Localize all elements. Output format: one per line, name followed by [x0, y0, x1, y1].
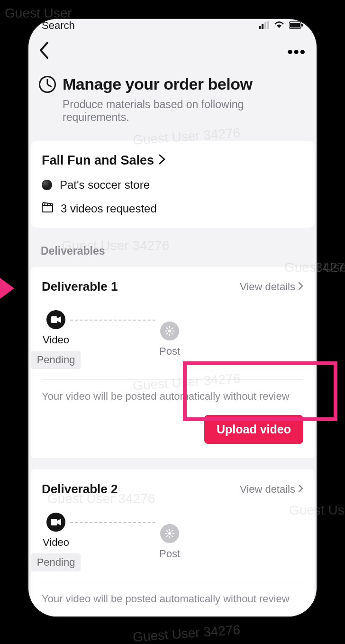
svg-rect-0 [259, 26, 261, 29]
progress-node-post: Post [155, 524, 184, 560]
post-step-icon [160, 322, 179, 340]
svg-line-27 [172, 530, 173, 532]
status-left-text: Search [42, 19, 75, 32]
requested-row: 3 videos requested [42, 202, 303, 215]
campaign-link[interactable]: Fall Fun and Sales [42, 153, 303, 168]
progress-step-label: Video [43, 334, 69, 346]
status-right-icons [259, 19, 303, 32]
svg-line-16 [166, 333, 168, 334]
nav-bar: ••• [28, 32, 317, 66]
progress-step-label: Post [159, 548, 180, 560]
status-bar: Search [28, 19, 317, 32]
deliverables-section-label: Deliverables [28, 228, 317, 267]
svg-rect-6 [301, 24, 303, 27]
svg-rect-8 [51, 316, 57, 323]
video-step-icon [46, 513, 65, 532]
campaign-name: Fall Fun and Sales [42, 153, 154, 168]
svg-line-15 [172, 333, 173, 334]
deliverable-title: Deliverable 1 [42, 279, 118, 294]
requested-text: 3 videos requested [61, 202, 157, 215]
chevron-right-icon [298, 281, 303, 293]
svg-rect-7 [42, 205, 53, 212]
progress-connector [70, 522, 155, 523]
svg-point-9 [168, 330, 171, 332]
view-details-link[interactable]: View details [240, 483, 303, 496]
phone-frame: Search ••• Manage your order below Produ… [28, 19, 317, 616]
auto-post-note: Your video will be posted automatically … [42, 582, 303, 605]
store-row: Pat's soccer store [42, 178, 303, 192]
progress-step-label: Video [43, 536, 69, 549]
clapperboard-icon [42, 202, 53, 215]
svg-line-24 [166, 530, 168, 532]
svg-rect-5 [290, 23, 300, 28]
store-name: Pat's soccer store [60, 178, 150, 192]
battery-icon [289, 19, 303, 32]
view-details-label: View details [240, 281, 295, 293]
store-avatar-icon [42, 180, 52, 190]
cellular-icon [259, 19, 269, 32]
progress-connector [70, 320, 155, 321]
page-header: Manage your order below Produce material… [28, 66, 317, 141]
page-subtitle: Produce materials based on following req… [63, 98, 306, 124]
svg-line-25 [172, 535, 173, 537]
svg-point-19 [168, 532, 171, 535]
progress-node-video: Video Pending [42, 310, 70, 369]
post-step-icon [160, 524, 179, 543]
svg-line-26 [166, 535, 168, 537]
video-step-icon [46, 310, 65, 329]
chevron-right-icon [298, 483, 303, 496]
progress-node-video: Video Pending [42, 513, 70, 571]
progress-track: Video Pending Post [42, 310, 303, 369]
svg-line-17 [172, 328, 173, 329]
svg-line-14 [166, 328, 168, 329]
svg-rect-18 [51, 519, 57, 525]
deliverable-card: Deliverable 1 View details Video Pending… [31, 267, 314, 458]
watermark: 34276 [315, 260, 345, 275]
svg-rect-3 [267, 21, 269, 29]
view-details-link[interactable]: View details [240, 281, 303, 293]
chevron-right-icon [159, 153, 165, 168]
deliverable-card: Deliverable 2 View details Video Pending… [31, 469, 314, 616]
status-badge: Pending [31, 351, 81, 369]
progress-track: Video Pending Post [42, 513, 303, 571]
annotation-arrow [0, 278, 14, 299]
svg-rect-2 [264, 22, 266, 29]
progress-step-label: Post [159, 345, 180, 358]
deliverable-title: Deliverable 2 [42, 482, 118, 497]
status-badge: Pending [31, 553, 81, 571]
page-title: Manage your order below [63, 75, 252, 93]
more-menu-button[interactable]: ••• [287, 43, 306, 61]
view-details-label: View details [240, 483, 295, 496]
back-button[interactable] [39, 42, 49, 62]
auto-post-note: Your video will be posted automatically … [42, 379, 303, 403]
svg-rect-1 [262, 24, 263, 29]
watermark: Guest User 34276 [132, 622, 241, 644]
progress-node-post: Post [155, 322, 184, 358]
upload-video-button[interactable]: Upload video [204, 415, 303, 444]
campaign-card: Fall Fun and Sales Pat's soccer store 3 … [31, 141, 314, 228]
wifi-icon [274, 19, 284, 32]
clock-icon [39, 76, 56, 93]
